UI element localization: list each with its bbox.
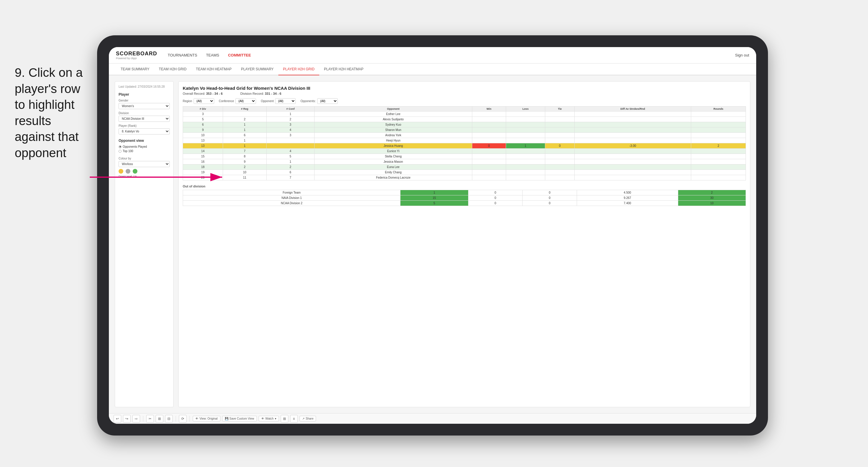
columns-button[interactable]: ≡ (290, 415, 298, 423)
nav-tournaments[interactable]: TOURNAMENTS (168, 52, 197, 59)
radio-dot-1 (119, 145, 122, 148)
table-cell (575, 149, 691, 154)
colour-circles (119, 169, 170, 174)
ood-row[interactable]: NCAA Division 25007.40010 (183, 201, 746, 206)
table-cell (506, 133, 545, 138)
watch-dropdown-icon: ▾ (275, 417, 276, 420)
nav-items: TOURNAMENTS TEAMS COMMITTEE (168, 52, 251, 59)
table-row[interactable]: 131Jessica Huang010-3.002 (183, 143, 746, 149)
table-cell: 7 (223, 149, 266, 154)
subnav-team-summary[interactable]: TEAM SUMMARY (116, 64, 154, 75)
division-dropdown[interactable]: NCAA Division III (119, 116, 170, 122)
cut-button[interactable]: ✂ (146, 415, 154, 423)
filter-opponent-label: Opponent (261, 99, 274, 103)
filter-region-select[interactable]: (All) (194, 98, 214, 104)
ood-row[interactable]: Foreign Team1004.5002 (183, 190, 746, 195)
table-cell (691, 159, 746, 164)
col-header-tie: Tie (545, 106, 575, 112)
table-cell: 13 (183, 143, 223, 149)
table-cell: 7 (267, 175, 314, 180)
paste-button[interactable]: ⊟ (165, 415, 173, 423)
redo-button[interactable]: ↪ (123, 415, 131, 423)
player-rank-dropdown[interactable]: 8. Katelyn Vo (119, 128, 170, 134)
colour-up-circle (133, 169, 137, 174)
table-row[interactable]: 522Alexis Sudijanto (183, 117, 746, 122)
table-row[interactable]: 19106Emily Chang (183, 170, 746, 175)
table-cell (545, 154, 575, 159)
table-cell: 4 (267, 149, 314, 154)
table-cell: Alexis Sudijanto (314, 117, 472, 122)
opponents-label: Opponents: (301, 99, 316, 103)
subnav-team-h2h-heatmap[interactable]: TEAM H2H HEATMAP (191, 64, 236, 75)
table-row[interactable]: 1474Eunice Yi (183, 149, 746, 154)
undo-button[interactable]: ↩ (114, 415, 121, 423)
table-row[interactable]: 1691Jessica Mason (183, 159, 746, 164)
table-cell (691, 117, 746, 122)
filter-conference-select[interactable]: (All) (236, 98, 256, 104)
subnav-player-h2h-grid[interactable]: PLAYER H2H GRID (278, 64, 319, 75)
table-cell (472, 127, 506, 133)
table-cell: Stella Cheng (314, 154, 472, 159)
sign-out-link[interactable]: Sign out (735, 53, 749, 57)
nav-committee[interactable]: COMMITTEE (228, 52, 251, 59)
table-cell (472, 117, 506, 122)
table-row[interactable]: 914Sharon Mun (183, 127, 746, 133)
table-cell (472, 138, 506, 143)
subnav-player-h2h-heatmap[interactable]: PLAYER H2H HEATMAP (319, 64, 368, 75)
share-button[interactable]: ↗ Share (300, 416, 316, 422)
copy-button[interactable]: ⊞ (156, 415, 163, 423)
out-of-division-section: Out of division Foreign Team1004.5002NAI… (183, 185, 746, 206)
table-row[interactable]: 1585Stella Cheng (183, 154, 746, 159)
ood-diff-cell: 9.267 (577, 195, 678, 201)
table-cell (506, 164, 545, 170)
opponent-option2[interactable]: Top 100 (119, 150, 170, 153)
right-panel: Katelyn Vo Head-to-Head Grid for Women's… (178, 81, 750, 407)
refresh-button[interactable]: ⟳ (179, 415, 187, 423)
filter-opponent-select[interactable]: (All) (275, 98, 296, 104)
table-row[interactable]: 20117Federica Domecq Lacroze (183, 175, 746, 180)
share-label: Share (306, 417, 314, 420)
colour-by-label: Colour by (119, 157, 170, 160)
table-row[interactable]: 31Esther Lee (183, 112, 746, 117)
view-original-button[interactable]: 👁 View: Original (193, 416, 220, 422)
records-row: Overall Record: 353 - 34 - 6 Division Re… (183, 92, 746, 95)
nav-teams[interactable]: TEAMS (206, 52, 219, 59)
player-section-title: Player (119, 92, 170, 96)
eye-icon: 👁 (195, 417, 198, 420)
table-row[interactable]: 131Heeji Hyun (183, 138, 746, 143)
table-row[interactable]: 1822Euna Lee (183, 164, 746, 170)
toolbar-sep-2 (176, 416, 176, 422)
watch-button[interactable]: 👁 Watch ▾ (259, 416, 279, 422)
table-cell: 2 (223, 164, 266, 170)
ood-row[interactable]: NAIA Division 115009.26730 (183, 195, 746, 201)
table-cell (472, 122, 506, 127)
tablet-screen: SCOREBOARD Powered by clippi TOURNAMENTS… (109, 47, 756, 424)
table-row[interactable]: 613Sydney Kuo (183, 122, 746, 127)
colour-by-dropdown[interactable]: Win/loss (119, 161, 170, 167)
table-cell: Eunice Yi (314, 149, 472, 154)
subnav-team-h2h-grid[interactable]: TEAM H2H GRID (154, 64, 191, 75)
ood-value-cell: 15 (400, 195, 468, 201)
opponent-option1[interactable]: Opponents Played (119, 145, 170, 148)
ood-value-cell: 0 (523, 195, 577, 201)
table-row[interactable]: 1063Andrea York (183, 133, 746, 138)
gender-dropdown[interactable]: Women's (119, 103, 170, 109)
ood-value-cell: 1 (400, 190, 468, 195)
table-cell: -3.00 (575, 143, 691, 149)
nav-left: SCOREBOARD Powered by clippi TOURNAMENTS… (116, 51, 251, 60)
table-cell (545, 133, 575, 138)
table-cell: 3 (183, 112, 223, 117)
col-header-reg: # Reg (223, 106, 266, 112)
table-cell (575, 159, 691, 164)
table-cell (575, 127, 691, 133)
grid-icon-button[interactable]: ⊞ (281, 415, 288, 423)
ood-table: Foreign Team1004.5002NAIA Division 11500… (183, 190, 746, 206)
save-custom-view-button[interactable]: 💾 Save Custom View (222, 416, 257, 422)
subnav-player-summary[interactable]: PLAYER SUMMARY (236, 64, 278, 75)
table-cell: 8 (223, 154, 266, 159)
table-cell: Jessica Huang (314, 143, 472, 149)
grid-title: Katelyn Vo Head-to-Head Grid for Women's… (183, 86, 746, 91)
forward-button[interactable]: ⇨ (132, 415, 140, 423)
table-cell (691, 175, 746, 180)
opponents-select[interactable]: (All) (317, 98, 338, 104)
